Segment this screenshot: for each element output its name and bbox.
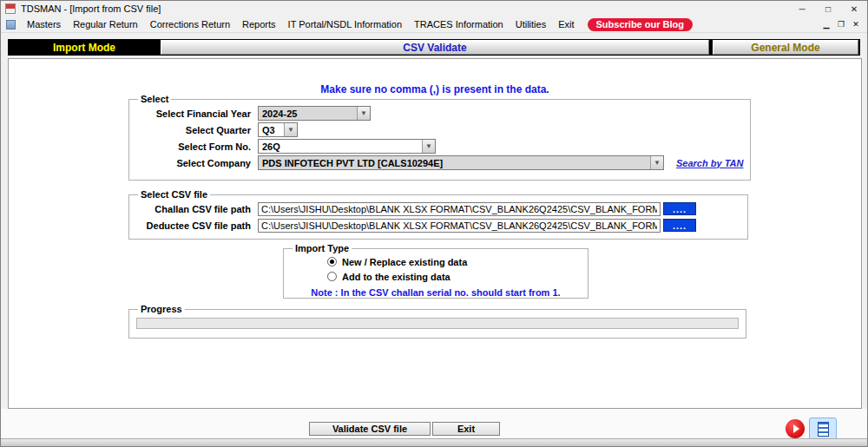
minimize-icon[interactable]: ─ (789, 1, 815, 16)
company-label: Select Company (136, 158, 258, 168)
progress-bar (136, 318, 739, 329)
radio-new-replace-label[interactable]: New / Replace existing data (342, 257, 467, 267)
search-by-tan-link[interactable]: Search by TAN (676, 158, 743, 168)
menu-traces-information[interactable]: TRACES Information (408, 16, 510, 33)
challan-path-input[interactable] (258, 202, 661, 216)
window-controls: ─ □ ✕ (789, 1, 867, 16)
financial-year-dropdown[interactable]: 2024-25 ▼ (258, 106, 371, 121)
progress-group: Progress (128, 304, 746, 339)
document-lines-icon (818, 422, 829, 437)
play-icon (793, 424, 799, 433)
financial-year-value: 2024-25 (262, 108, 312, 119)
import-from-csv-panel: Make sure no comma (,) is present in the… (8, 58, 862, 409)
select-group-title: Select (138, 94, 171, 104)
form-no-value: 26Q (262, 141, 296, 152)
form-no-label: Select Form No. (136, 141, 258, 152)
radio-add-existing-row: Add to the existing data (327, 269, 581, 284)
mdi-child-icon (6, 20, 16, 30)
mdi-restore-icon[interactable]: ❐ (835, 20, 847, 29)
financial-year-label: Select Financial Year (136, 108, 258, 119)
radio-add-existing[interactable] (327, 272, 337, 281)
menu-masters[interactable]: Masters (21, 16, 67, 33)
video-help-button[interactable] (786, 419, 805, 438)
deductee-browse-button[interactable]: .... (663, 219, 696, 232)
subscribe-blog-button[interactable]: Subscribe our Blog (588, 18, 693, 31)
quarter-dropdown[interactable]: Q3 ▼ (258, 122, 298, 137)
menu-utilities[interactable]: Utilities (510, 16, 552, 33)
notes-button[interactable] (809, 417, 837, 440)
general-mode-tab[interactable]: General Mode (713, 40, 858, 55)
company-dropdown[interactable]: PDS INFOTECH PVT LTD [CALS10294E] ▼ (258, 155, 664, 170)
deductee-path-input[interactable] (258, 219, 661, 233)
challan-path-label: Challan CSV file path (136, 204, 258, 214)
status-bar (1, 438, 867, 447)
mdi-close-icon[interactable]: ✕ (850, 20, 862, 29)
menu-regular-return[interactable]: Regular Return (67, 16, 144, 33)
app-icon (5, 3, 16, 14)
tdsman-window: { "window": { "title": "TDSMAN - [Import… (0, 0, 868, 447)
title-bar: TDSMAN - [Import from CSV file] ─ □ ✕ (1, 1, 867, 16)
validate-csv-button[interactable]: Validate CSV file (309, 422, 431, 436)
import-type-title: Import Type (293, 243, 352, 253)
chevron-down-icon: ▼ (422, 140, 435, 153)
chevron-down-icon: ▼ (284, 123, 297, 136)
quarter-label: Select Quarter (136, 125, 258, 135)
window-title: TDSMAN - [Import from CSV file] (21, 3, 161, 14)
import-type-group: Import Type New / Replace existing data … (283, 243, 589, 299)
form-no-dropdown[interactable]: 26Q ▼ (258, 139, 436, 154)
deductee-path-label: Deductee CSV file path (136, 220, 258, 231)
import-mode-tab[interactable]: Import Mode (11, 40, 157, 55)
maximize-icon[interactable]: □ (815, 1, 841, 16)
menu-bar: Masters Regular Return Corrections Retur… (1, 16, 867, 33)
mdi-window-controls: ▁ ❐ ✕ (820, 20, 867, 29)
chevron-down-icon: ▼ (357, 107, 370, 120)
exit-button[interactable]: Exit (432, 422, 500, 436)
menu-corrections-return[interactable]: Corrections Return (144, 16, 236, 33)
mode-bar: Import Mode CSV Validate General Mode (8, 39, 860, 56)
chevron-down-icon: ▼ (650, 156, 663, 169)
radio-new-replace-row: New / Replace existing data (327, 254, 581, 269)
csv-validate-tab[interactable]: CSV Validate (161, 40, 709, 55)
challan-browse-button[interactable]: .... (663, 202, 696, 215)
csv-serial-note: Note : In the CSV challan serial no. sho… (291, 287, 581, 298)
mdi-minimize-icon[interactable]: ▁ (820, 20, 832, 29)
radio-add-existing-label[interactable]: Add to the existing data (342, 272, 450, 282)
footer-bar: Validate CSV file Exit (1, 409, 867, 438)
progress-label: Progress (138, 304, 185, 314)
menu-exit[interactable]: Exit (552, 16, 580, 33)
company-value: PDS INFOTECH PVT LTD [CALS10294E] (262, 158, 458, 168)
csv-file-group: Select CSV file Challan CSV file path ..… (128, 189, 748, 240)
select-group: Select Select Financial Year 2024-25 ▼ S… (128, 94, 751, 181)
menu-reports[interactable]: Reports (236, 16, 282, 33)
csv-file-group-title: Select CSV file (138, 189, 210, 200)
radio-new-replace[interactable] (327, 257, 337, 266)
close-icon[interactable]: ✕ (841, 1, 867, 16)
menu-it-portal-nsdl[interactable]: IT Portal/NSDL Information (282, 16, 408, 33)
